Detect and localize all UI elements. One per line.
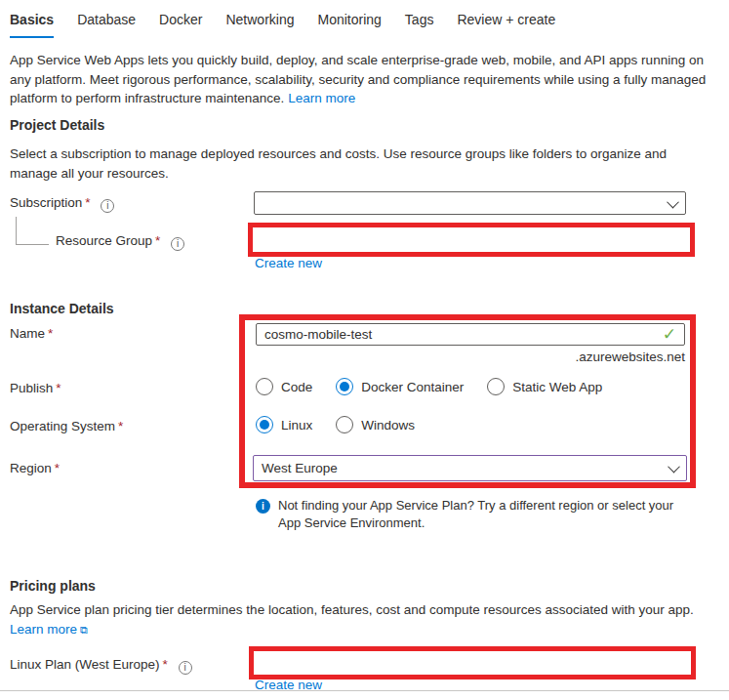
domain-suffix-label: .azurewebsites.net — [392, 350, 685, 364]
region-value: West Europe — [262, 461, 338, 475]
radio-static-web-app-label: Static Web App — [512, 380, 602, 394]
publish-radio-group: Code Docker Container Static Web App — [256, 378, 616, 395]
radio-linux[interactable] — [256, 416, 273, 433]
bottom-divider — [0, 690, 729, 691]
pricing-plans-description: App Service plan pricing tier determines… — [10, 600, 709, 620]
tab-docker[interactable]: Docker — [159, 8, 202, 38]
service-description: App Service Web Apps lets you quickly bu… — [10, 51, 709, 108]
tab-review-create[interactable]: Review + create — [457, 8, 555, 38]
resource-group-info-icon[interactable]: i — [171, 237, 184, 251]
service-description-text: App Service Web Apps lets you quickly bu… — [10, 53, 706, 105]
os-radio-group: Linux Windows — [256, 416, 428, 433]
operating-system-label: Operating System* — [10, 419, 123, 433]
publish-label: Publish* — [10, 381, 61, 395]
pricing-learn-more: Learn more⧉ — [10, 622, 88, 637]
valid-check-icon: ✓ — [663, 324, 676, 345]
subscription-dropdown[interactable] — [254, 191, 686, 215]
linux-plan-input[interactable] — [254, 651, 690, 676]
resource-group-create-new-link[interactable]: Create new — [255, 256, 322, 270]
app-service-plan-note: Not finding your App Service Plan? Try a… — [278, 497, 680, 532]
publish-option-docker-container[interactable]: Docker Container — [336, 378, 464, 395]
subscription-label: Subscription* i — [10, 195, 114, 213]
project-details-description: Select a subscription to manage deployed… — [10, 144, 709, 183]
required-marker: * — [163, 657, 168, 672]
subscription-info-icon[interactable]: i — [101, 199, 114, 213]
required-marker: * — [85, 195, 90, 210]
create-web-app-basics-page: Basics Database Docker Networking Monito… — [0, 0, 729, 700]
radio-code-label: Code — [281, 380, 312, 394]
tab-networking[interactable]: Networking — [225, 8, 294, 38]
required-marker: * — [48, 326, 53, 341]
os-option-linux[interactable]: Linux — [256, 416, 312, 433]
os-option-windows[interactable]: Windows — [336, 416, 415, 433]
required-marker: * — [118, 419, 123, 433]
resource-group-label: Resource Group* i — [56, 233, 184, 251]
radio-windows[interactable] — [336, 416, 353, 433]
publish-option-code[interactable]: Code — [256, 378, 312, 395]
wizard-tabs: Basics Database Docker Networking Monito… — [10, 8, 555, 38]
tab-database[interactable]: Database — [77, 8, 136, 38]
pricing-plans-heading: Pricing plans — [10, 578, 96, 594]
radio-linux-label: Linux — [281, 418, 312, 432]
linux-plan-info-icon[interactable]: i — [179, 661, 192, 675]
app-name-value: cosmo-mobile-test — [264, 327, 372, 342]
required-marker: * — [55, 461, 60, 475]
tab-tags[interactable]: Tags — [405, 8, 434, 38]
project-details-heading: Project Details — [10, 117, 104, 133]
radio-static-web-app[interactable] — [487, 378, 505, 395]
chevron-down-icon — [667, 195, 679, 208]
linux-plan-label: Linux Plan (West Europe)* i — [10, 657, 192, 675]
region-label: Region* — [10, 461, 60, 475]
subscription-resource-group-connector — [16, 217, 49, 245]
intro-learn-more-link[interactable]: Learn more — [288, 91, 355, 105]
info-icon: i — [256, 499, 270, 514]
tab-monitoring[interactable]: Monitoring — [317, 8, 381, 38]
chevron-down-icon — [668, 461, 680, 474]
tab-basics[interactable]: Basics — [10, 8, 54, 38]
radio-code[interactable] — [256, 378, 273, 395]
radio-docker-container-label: Docker Container — [361, 380, 464, 394]
radio-docker-container[interactable] — [336, 378, 353, 395]
app-name-input[interactable]: cosmo-mobile-test ✓ — [256, 323, 685, 346]
app-name-label: Name* — [10, 326, 53, 341]
radio-windows-label: Windows — [361, 418, 415, 432]
resource-group-input[interactable] — [253, 226, 690, 252]
external-link-icon: ⧉ — [80, 624, 88, 636]
required-marker: * — [155, 233, 160, 248]
publish-option-static-web-app[interactable]: Static Web App — [487, 378, 602, 395]
required-marker: * — [56, 381, 61, 395]
pricing-learn-more-link[interactable]: Learn more⧉ — [10, 622, 88, 637]
instance-details-heading: Instance Details — [10, 301, 114, 316]
region-dropdown[interactable]: West Europe — [253, 455, 687, 481]
